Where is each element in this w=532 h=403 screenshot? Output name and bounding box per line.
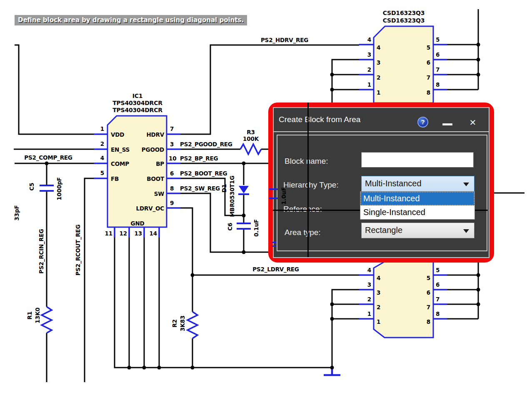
q-bottom-pin-number: 5 (436, 267, 440, 273)
cap-value-33pf: 33pF (13, 205, 20, 221)
net-label: PS2_RCOUT_REG (75, 225, 81, 276)
ic1-pin-number: 4 (100, 155, 104, 161)
ic1-part-line2: TPS40304DRCR (112, 107, 162, 113)
q-bottom-pin-number: 3 (367, 281, 371, 288)
chevron-down-icon (463, 229, 469, 233)
c5-value: 1000pF (56, 177, 62, 200)
q-top-pin-number: 1 (367, 81, 371, 88)
dialog-title: Create Block from Area (279, 108, 360, 131)
q-top-part-line2: CSD16323Q3 (383, 17, 425, 24)
dropdown-option-single-instanced[interactable]: Single-Instanced (360, 205, 475, 219)
q-top-pin-number: 5 (436, 36, 440, 43)
d1-ref: D1 (221, 184, 227, 193)
ic1-pin-name-bp: BP (156, 160, 164, 167)
hierarchy-type-dropdown-list[interactable]: Multi-Instanced Single-Instanced (360, 191, 475, 220)
capacitor-plate-fragment (269, 188, 277, 190)
minimize-button[interactable] (442, 123, 452, 125)
ic1-pin-number: 13 (135, 230, 142, 237)
ic1-pin-name-en-ss: EN_SS (111, 146, 130, 153)
q-bottom-pin-number: 7 (436, 296, 440, 303)
net-label: PS2_BOOT_REG (180, 170, 227, 177)
capacitor-c5[interactable] (40, 185, 54, 191)
dialog-titlebar[interactable]: Create Block from Area ? ✕ (274, 108, 489, 132)
ic1-pin-name-comp: COMP (111, 160, 129, 167)
q-bottom-pin-number: 8 (436, 310, 440, 317)
q-bottom-pin-number: 6 (427, 289, 430, 296)
ic1-pin-name-hdrv: HDRV (146, 131, 164, 138)
ic1-pin-number: 11 (105, 230, 112, 237)
help-button[interactable]: ? (417, 117, 428, 128)
q-top-pin-number: 6 (427, 59, 430, 66)
q-top-part-line1: CSD16323Q3 (383, 10, 425, 16)
q-top-pin-number: 2 (367, 66, 371, 73)
ic1-designator: IC1 (132, 93, 143, 99)
ic1-pin-name-sw: SW (154, 190, 164, 197)
close-icon: ✕ (470, 118, 477, 128)
resistor-r3[interactable] (240, 144, 261, 154)
q-bottom-pin-number: 3 (377, 289, 380, 296)
net-label: PS2_HDRV_REG (261, 37, 308, 43)
ic1-pin-number: 14 (150, 230, 157, 237)
schematic-editor-canvas[interactable]: Define block area by drawing a rectangle… (0, 0, 532, 403)
q-bottom-pin-number: 2 (377, 304, 380, 310)
reference-label: Reference: (283, 205, 322, 214)
q-bottom-pin-number: 8 (427, 318, 430, 325)
area-type-select[interactable]: Rectangle (361, 223, 475, 238)
cursor-crosshair-vertical (307, 103, 309, 257)
close-button[interactable]: ✕ (467, 117, 479, 128)
ic1-pin-name-pgood: PGOOD (142, 146, 164, 153)
resistor-r2[interactable] (187, 312, 197, 338)
mosfet-bottom-body[interactable] (374, 262, 433, 338)
capacitor-c6[interactable] (237, 223, 251, 229)
net-label: PS2_LDRV_REG (252, 266, 299, 273)
ic1-pin-number: 9 (170, 200, 174, 206)
c5-ref: C5 (28, 183, 35, 191)
r1-ref: R1 (26, 311, 33, 319)
q-top-pin-number: 7 (427, 74, 430, 81)
ic1-pin-number: 7 (170, 125, 174, 132)
ic1-pin-name-boot: BOOT (147, 175, 164, 182)
ic1-pin-number: 8 (170, 185, 174, 192)
ic1-pin-name-ldrv-oc: LDRV_OC (136, 205, 164, 212)
ic1-pin-number: 3 (170, 141, 174, 148)
status-message: Define block area by drawing a rectangle… (15, 15, 247, 25)
area-type-label: Area type: (285, 228, 321, 237)
d1-value: MBR0530T1G (229, 175, 235, 217)
q-bottom-pin-number: 1 (377, 318, 380, 325)
cap-value-1uf: 1.0uF (280, 187, 287, 205)
diode-d1[interactable] (239, 186, 249, 193)
hierarchy-type-select[interactable]: Multi-Instanced (361, 176, 475, 192)
q-bottom-pin-number: 7 (427, 304, 430, 310)
c6-ref: C6 (227, 223, 233, 231)
q-top-pin-number: 8 (436, 81, 440, 88)
ic1-pin-name-gnd: GND (131, 220, 145, 227)
ic1-pin-number: 1 (100, 125, 104, 132)
create-block-dialog[interactable]: Create Block from Area ? ✕ Block name: H… (273, 107, 490, 258)
net-label: PS2_RCIN_REG (38, 229, 45, 273)
block-name-input[interactable] (361, 152, 474, 168)
capacitor-plate-fragment (272, 242, 276, 243)
r2-ref: R2 (171, 319, 178, 327)
block-name-label: Block name: (285, 157, 328, 166)
q-top-pin-number: 3 (377, 59, 380, 66)
ic1-pin-number: 12 (120, 230, 127, 237)
chevron-down-icon (463, 183, 469, 186)
dropdown-option-multi-instanced[interactable]: Multi-Instanced (360, 192, 475, 205)
r2-value: 3K83 (179, 315, 186, 331)
help-icon: ? (421, 118, 425, 125)
q-bottom-pin-number: 6 (436, 281, 440, 288)
resistor-r1[interactable] (42, 307, 52, 333)
q-top-pin-number: 1 (377, 89, 380, 96)
ic1-pin-number: 10 (169, 155, 176, 162)
ic1-pin-name-vdd: VDD (111, 131, 124, 138)
hierarchy-type-label: Hierarchy Type: (283, 180, 339, 190)
ic1-part-line1: TPS40304DRCR (112, 100, 162, 106)
q-bottom-pin-number: 4 (367, 267, 371, 273)
capacitor-plate-fragment (269, 198, 277, 199)
ic1-pin-number: 2 (100, 140, 104, 147)
mosfet-top-body[interactable] (374, 26, 433, 103)
q-top-pin-number: 6 (436, 51, 440, 58)
net-label: PS2_BP_REG (180, 155, 218, 162)
q-bottom-pin-number: 1 (367, 310, 371, 317)
net-label: PS2_PGOOD_REG (180, 141, 232, 148)
